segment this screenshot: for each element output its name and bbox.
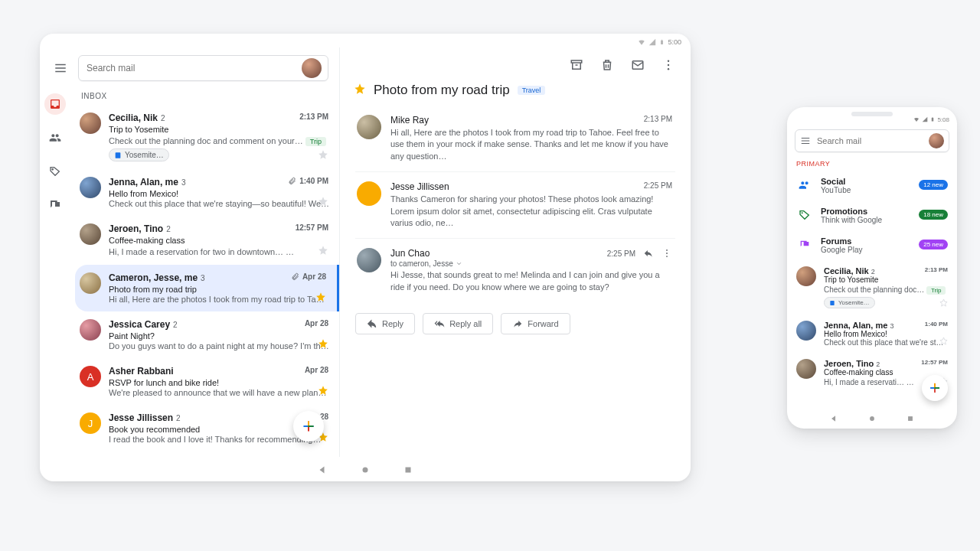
subject-label: Photo from my road trip	[109, 285, 328, 294]
rail-forums[interactable]	[44, 194, 66, 216]
subject-label: Paint Night?	[109, 331, 330, 341]
snippet-label: Check out this place that we're st…	[824, 338, 948, 347]
message-item[interactable]: A Asher Rabbani RSVP for lunch and bike …	[75, 358, 339, 405]
search-field[interactable]	[78, 55, 328, 81]
phone-clock: 5:08	[937, 116, 949, 123]
subject-label: Hello from Mexico!	[109, 189, 330, 198]
reply-button[interactable]: Reply	[355, 313, 415, 334]
category-row-promotions[interactable]: Promotions Think with Google 18 new	[787, 201, 957, 230]
avatar	[796, 359, 816, 379]
recent-icon[interactable]	[403, 465, 413, 474]
thread-message[interactable]: Jun Chao to cameron, Jesse Hi Jesse, tha…	[355, 239, 675, 302]
subject-star-icon[interactable]	[354, 83, 366, 98]
recipients-label[interactable]: to cameron, Jesse	[390, 259, 674, 268]
svg-rect-14	[932, 118, 934, 122]
timestamp: 12:57 PM	[296, 223, 328, 232]
star-icon[interactable]	[318, 196, 328, 208]
compose-button[interactable]	[293, 411, 324, 442]
thread-message[interactable]: Jesse Jillissen Thanks Cameron for shari…	[355, 172, 675, 239]
forward-icon	[512, 318, 523, 329]
star-icon[interactable]	[315, 292, 326, 304]
more-vert-icon[interactable]	[662, 248, 672, 259]
subject-tag[interactable]: Travel	[518, 86, 546, 95]
subject-label: Coffee-making class	[109, 236, 330, 245]
timestamp: 2:13 PM	[299, 112, 328, 121]
star-icon[interactable]	[939, 298, 948, 308]
message-item[interactable]: Cecilia, Nik2 Trip to Yosemite Check out…	[75, 105, 339, 169]
star-icon[interactable]	[318, 245, 328, 257]
new-count-pill: 12 new	[919, 180, 948, 190]
forward-button[interactable]: Forward	[501, 313, 570, 334]
search-input[interactable]	[87, 63, 296, 73]
timestamp: 12:57 PM	[921, 359, 948, 366]
tag-icon	[49, 165, 61, 178]
star-icon[interactable]	[318, 338, 328, 350]
reply-icon[interactable]	[643, 248, 654, 259]
hamburger-icon[interactable]	[800, 135, 811, 146]
detail-pane: Photo from my road trip Travel Mike Ray …	[340, 47, 691, 457]
forum-icon	[49, 199, 61, 211]
star-icon[interactable]	[939, 337, 948, 347]
archive-icon	[570, 58, 583, 72]
reply-icon	[367, 318, 377, 329]
category-row-social[interactable]: Social YouTube 12 new	[787, 171, 957, 201]
people-icon	[796, 177, 813, 194]
phone-message-item[interactable]: Jenna, Alan, me 3 Hello from Mexico! Che…	[787, 315, 957, 353]
rail-promotions[interactable]	[44, 161, 66, 182]
label-chip[interactable]: Trip	[305, 137, 326, 146]
snippet-label: Do you guys want to do a paint night at …	[109, 341, 330, 350]
inbox-icon	[49, 98, 61, 110]
reply-all-icon	[434, 318, 445, 329]
menu-button[interactable]	[51, 58, 70, 78]
star-icon[interactable]	[318, 385, 328, 397]
snippet-label: Check out this place that we're staying—…	[109, 199, 330, 208]
svg-point-2	[52, 169, 53, 170]
message-item[interactable]: Jessica Carey2 Paint Night? Do you guys …	[75, 311, 339, 358]
attachment-chip[interactable]: Yosemite…	[109, 148, 169, 161]
message-item[interactable]: Jeroen, Tino2 Coffee-making class Hi, I …	[75, 216, 339, 265]
phone-system-nav	[787, 409, 957, 429]
phone-compose-button[interactable]	[922, 375, 948, 401]
rail-people[interactable]	[44, 127, 66, 148]
category-row-forums[interactable]: Forums Google Play 25 new	[787, 230, 957, 260]
more-button[interactable]	[660, 57, 677, 73]
delete-button[interactable]	[599, 57, 616, 73]
home-icon[interactable]	[868, 415, 876, 422]
subject-title: Photo from my road trip	[374, 83, 510, 98]
back-icon[interactable]	[318, 465, 327, 474]
avatar	[80, 223, 101, 245]
clock: 5:00	[668, 38, 681, 46]
mark-unread-button[interactable]	[629, 57, 646, 73]
svg-rect-13	[406, 468, 411, 473]
recent-icon[interactable]	[906, 415, 914, 422]
phone-search-input[interactable]	[817, 136, 923, 145]
message-item[interactable]: Kylie, Jacob, me3 Making a big impact in…	[75, 452, 339, 457]
star-icon[interactable]	[318, 149, 328, 161]
account-avatar[interactable]	[302, 58, 322, 78]
trash-icon	[600, 58, 614, 72]
label-chip[interactable]: Trip	[926, 286, 946, 295]
rail-inbox[interactable]	[44, 93, 66, 115]
avatar: A	[80, 366, 101, 387]
mail-icon	[631, 58, 645, 72]
phone-account-avatar[interactable]	[929, 133, 944, 148]
battery-icon	[659, 38, 665, 46]
avatar	[357, 115, 381, 139]
timestamp: 1:40 PM	[925, 321, 948, 328]
archive-button[interactable]	[568, 57, 585, 73]
thread-message[interactable]: Mike Ray Hi all, Here are the photos I t…	[355, 106, 675, 172]
attachment-chip[interactable]: Yosemite…	[824, 297, 875, 308]
timestamp: 2:13 PM	[925, 266, 948, 273]
phone-search-field[interactable]	[795, 129, 949, 152]
home-icon[interactable]	[361, 465, 370, 474]
message-item[interactable]: Cameron, Jesse, me3 Photo from my road t…	[75, 265, 339, 311]
reply-all-button[interactable]: Reply all	[423, 313, 493, 334]
phone-message-item[interactable]: Cecilia, Nik 2 Trip to Yosemite Check ou…	[787, 260, 957, 315]
back-icon[interactable]	[830, 415, 838, 422]
svg-rect-15	[933, 117, 933, 118]
from-label: Jesse Jillissen	[390, 181, 674, 192]
tag-icon	[796, 207, 813, 223]
snippet-label: Hi all, Here are the photos I took from …	[109, 295, 328, 304]
phone-primary-label: Primary	[787, 158, 957, 171]
message-item[interactable]: Jenna, Alan, me3 Hello from Mexico! Chec…	[75, 169, 339, 216]
